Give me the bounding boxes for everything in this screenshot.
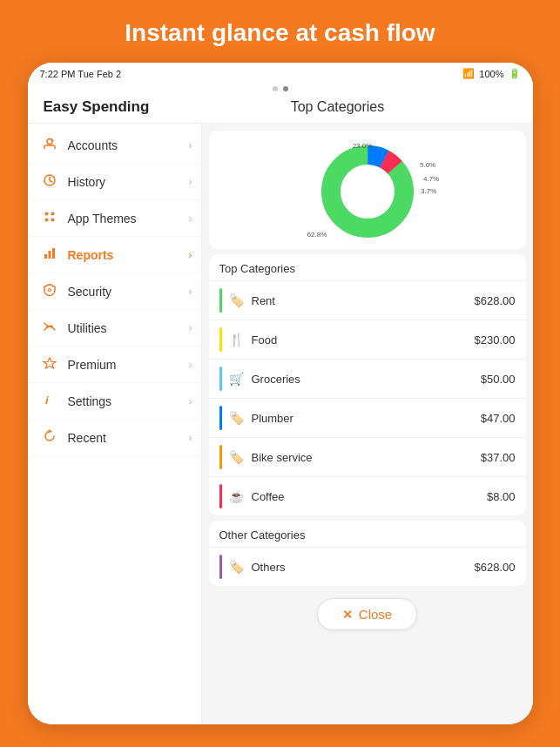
history-label: History [68, 175, 189, 189]
bike-service-color-bar [219, 445, 222, 469]
app-themes-label: App Themes [68, 212, 189, 225]
utilities-arrow: › [188, 321, 192, 334]
plumber-name: Plumber [252, 412, 481, 425]
bike-service-amount: $37.00 [481, 451, 516, 464]
close-button-label: Close [359, 607, 392, 622]
food-color-bar [219, 327, 222, 352]
svg-text:3.7%: 3.7% [421, 187, 436, 195]
category-row-bike-service: 🏷️ Bike service $37.00 [209, 437, 526, 476]
status-time: 7:22 PM Tue Feb 2 [40, 69, 122, 79]
close-x-icon: ✕ [342, 608, 353, 622]
rent-color-bar [219, 288, 222, 313]
battery-icon: 🔋 [509, 68, 521, 79]
svg-rect-6 [44, 254, 47, 259]
svg-text:23.0%: 23.0% [353, 142, 373, 150]
svg-point-3 [51, 212, 54, 216]
groceries-icon: 🛒 [229, 372, 245, 386]
utilities-icon [40, 320, 59, 336]
settings-icon: i [40, 393, 59, 409]
dot-2 [283, 86, 288, 91]
category-row-groceries: 🛒 Groceries $50.00 [209, 359, 526, 398]
category-row-food: 🍴 Food $230.00 [209, 320, 526, 359]
other-categories-section: Other Categories 🏷️ Others $628.00 [209, 521, 526, 586]
category-row-coffee: ☕ Coffee $8.00 [209, 476, 526, 515]
sidebar-item-premium[interactable]: Premium › [28, 347, 201, 383]
plumber-amount: $47.00 [481, 412, 516, 425]
coffee-icon: ☕ [229, 489, 245, 503]
accounts-label: Accounts [68, 138, 189, 152]
rent-name: Rent [252, 294, 475, 307]
main-content: Accounts › History › [28, 124, 533, 724]
sidebar-item-security[interactable]: Security › [28, 273, 201, 310]
recent-icon [40, 429, 59, 446]
premium-arrow: › [188, 358, 192, 371]
svg-text:i: i [45, 394, 49, 407]
svg-rect-7 [48, 251, 51, 259]
rent-icon: 🏷️ [229, 293, 245, 307]
sidebar-item-reports[interactable]: Reports › [28, 237, 201, 273]
sidebar-item-history[interactable]: History › [28, 164, 201, 200]
device-frame: 7:22 PM Tue Feb 2 📶 100% 🔋 Easy Spending… [28, 63, 533, 724]
others-color-bar [219, 555, 222, 579]
sidebar-item-settings[interactable]: i Settings › [28, 383, 201, 420]
premium-label: Premium [68, 358, 189, 372]
recent-arrow: › [188, 431, 192, 444]
utilities-label: Utilities [68, 321, 189, 335]
security-arrow: › [188, 285, 192, 298]
sidebar-item-recent[interactable]: Recent › [28, 420, 201, 456]
others-icon: 🏷️ [229, 560, 245, 574]
groceries-name: Groceries [252, 373, 481, 386]
reports-label: Reports [68, 248, 189, 262]
rent-amount: $628.00 [475, 294, 516, 307]
donut-chart: 23.0% 5.0% 4.7% 3.7% 62.8% [291, 139, 443, 244]
coffee-amount: $8.00 [487, 490, 516, 503]
svg-marker-15 [44, 358, 56, 368]
sidebar-item-utilities[interactable]: Utilities › [28, 310, 201, 347]
sidebar-item-app-themes[interactable]: App Themes › [28, 200, 201, 237]
food-amount: $230.00 [475, 333, 516, 347]
status-bar: 7:22 PM Tue Feb 2 📶 100% 🔋 [28, 63, 533, 83]
svg-text:4.7%: 4.7% [423, 175, 439, 183]
right-panel: 23.0% 5.0% 4.7% 3.7% 62.8% Top Categorie… [202, 124, 533, 724]
page-header-title: Instant glance at cash flow [0, 0, 560, 63]
top-categories-section: Top Categories 🏷️ Rent $628.00 🍴 Food $2… [209, 254, 526, 515]
accounts-icon [40, 137, 59, 153]
app-title: Easy Spending [44, 98, 150, 116]
top-categories-section-header: Top Categories [209, 254, 526, 280]
page-dots [28, 83, 533, 93]
plumber-icon: 🏷️ [229, 411, 245, 425]
category-row-others: 🏷️ Others $628.00 [209, 547, 526, 586]
svg-text:62.8%: 62.8% [307, 231, 327, 239]
coffee-name: Coffee [252, 490, 487, 503]
svg-point-22 [341, 165, 394, 218]
status-right: 📶 100% 🔋 [462, 68, 520, 79]
others-amount: $628.00 [475, 561, 516, 574]
app-header: Easy Spending Top Categories [28, 93, 533, 124]
top-categories-heading: Top Categories [158, 99, 516, 115]
close-button[interactable]: ✕ Close [317, 598, 417, 630]
battery-label: 100% [479, 69, 503, 79]
recent-label: Recent [68, 431, 189, 445]
svg-text:5.0%: 5.0% [420, 161, 435, 169]
accounts-arrow: › [188, 138, 192, 151]
close-button-wrapper: ✕ Close [202, 591, 533, 639]
svg-point-2 [44, 212, 48, 216]
settings-arrow: › [188, 394, 192, 407]
bike-service-icon: 🏷️ [229, 450, 245, 464]
category-row-rent: 🏷️ Rent $628.00 [209, 280, 526, 320]
dot-1 [273, 86, 278, 91]
coffee-color-bar [219, 484, 222, 508]
sidebar: Accounts › History › [28, 124, 202, 724]
app-themes-icon [40, 210, 59, 226]
security-icon [40, 283, 59, 299]
svg-rect-8 [52, 248, 55, 259]
reports-arrow: › [188, 248, 192, 261]
others-name: Others [252, 561, 475, 574]
svg-point-9 [48, 289, 51, 292]
svg-point-4 [44, 219, 48, 222]
sidebar-item-accounts[interactable]: Accounts › [28, 127, 201, 164]
other-categories-section-header: Other Categories [209, 521, 526, 547]
history-arrow: › [188, 175, 192, 188]
reports-icon [40, 246, 59, 263]
security-label: Security [68, 285, 189, 299]
